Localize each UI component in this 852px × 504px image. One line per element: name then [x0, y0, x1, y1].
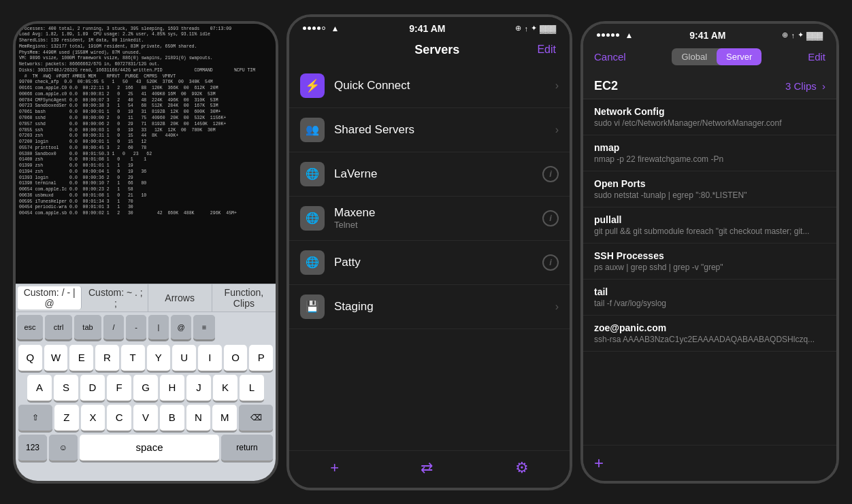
server-staging-item[interactable]: 💾 Staging › — [289, 285, 570, 329]
quick-connect-label: Quick Connect — [334, 79, 555, 93]
status-time-clips: 9:41 AM — [689, 30, 725, 41]
key-p[interactable]: P — [249, 345, 273, 372]
maxene-sublabel: Telnet — [334, 220, 542, 230]
maxene-icon: 🌐 — [300, 206, 325, 231]
clip-item-0[interactable]: Network Config sudo vi /etc/NetworkManag… — [583, 99, 836, 135]
clips-count[interactable]: 3 Clips › — [785, 80, 825, 92]
key-d[interactable]: D — [80, 375, 105, 402]
clips-server-name: EC2 — [594, 79, 618, 93]
key-u[interactable]: U — [172, 345, 196, 372]
staging-chevron: › — [555, 301, 559, 313]
settings-button[interactable]: ⚙ — [515, 459, 529, 477]
wifi-icon-clips: ▲ — [625, 31, 633, 40]
pipe-key[interactable]: | — [148, 315, 169, 341]
clip-list: Network Config sudo vi /etc/NetworkManag… — [583, 99, 836, 445]
segment-global[interactable]: Global — [672, 48, 717, 65]
key-w[interactable]: W — [44, 345, 68, 372]
key-t[interactable]: T — [121, 345, 145, 372]
key-r[interactable]: R — [95, 345, 119, 372]
servers-title: Servers — [414, 43, 459, 57]
battery-icon: ▓▓▓ — [540, 24, 556, 33]
arrow-icon: ↑ — [524, 24, 528, 33]
key-x[interactable]: X — [81, 405, 105, 432]
signal-dots: ▲ — [303, 22, 339, 35]
phone-terminal: Processes: 400 total, 2 running, 3 stuck… — [13, 21, 278, 484]
key-n[interactable]: N — [186, 405, 211, 432]
transfer-button[interactable]: ⇄ — [421, 459, 433, 477]
staging-label: Staging — [334, 300, 555, 314]
tab-key[interactable]: tab — [74, 315, 101, 341]
clip-item-3[interactable]: pullall git pull && git submodule foreac… — [583, 207, 836, 243]
key-i[interactable]: I — [198, 345, 222, 372]
key-h[interactable]: H — [160, 375, 184, 402]
key-k[interactable]: K — [213, 375, 237, 402]
maxene-info-button[interactable]: i — [542, 210, 559, 226]
patty-info-button[interactable]: i — [542, 254, 559, 271]
key-q[interactable]: Q — [18, 345, 42, 372]
key-z[interactable]: Z — [54, 405, 79, 432]
segment-control: Global Server — [672, 48, 761, 65]
key-y[interactable]: Y — [147, 345, 171, 372]
key-s[interactable]: S — [54, 375, 78, 402]
key-b[interactable]: B — [160, 405, 184, 432]
clips-edit-button[interactable]: Edit — [808, 51, 825, 63]
quick-connect-item[interactable]: ⚡ Quick Connect › — [289, 64, 570, 108]
key-l[interactable]: L — [240, 375, 264, 402]
quick-connect-icon: ⚡ — [300, 73, 325, 98]
clip-cmd-4: ps auxw | grep sshd | grep -v "grep" — [594, 263, 825, 272]
key-o[interactable]: O — [224, 345, 248, 372]
clip-item-5[interactable]: tail tail -f /var/log/syslog — [583, 280, 836, 316]
shared-servers-item[interactable]: 👥 Shared Servers › — [289, 108, 570, 152]
at-key[interactable]: @ — [171, 315, 191, 341]
autocomplete-custom2[interactable]: Custom: ~ . ; ; — [84, 284, 148, 312]
return-key[interactable]: return — [221, 435, 273, 462]
space-key[interactable]: space — [80, 435, 219, 462]
cancel-button[interactable]: Cancel — [594, 51, 626, 63]
special-keys-row: esc ctrl tab / - | @ ≡ — [16, 312, 276, 343]
patty-icon: 🌐 — [300, 250, 325, 275]
key-j[interactable]: J — [186, 375, 211, 402]
laverne-info-button[interactable]: i — [542, 166, 559, 182]
clips-header: EC2 3 Clips › — [583, 72, 836, 99]
servers-nav-bar: Servers Edit — [289, 37, 570, 64]
clip-item-4[interactable]: SSH Processes ps auxw | grep sshd | grep… — [583, 243, 836, 280]
dash-key[interactable]: - — [126, 315, 146, 341]
key-a[interactable]: A — [27, 375, 52, 402]
clip-title-5: tail — [594, 286, 825, 297]
esc-key[interactable]: esc — [17, 315, 43, 341]
add-server-button[interactable]: + — [330, 459, 339, 477]
add-clip-button[interactable]: + — [594, 454, 604, 473]
num-key[interactable]: 123 — [18, 435, 47, 462]
status-time-servers: 9:41 AM — [409, 23, 445, 34]
autocomplete-function-clips[interactable]: Function, Clips — [212, 284, 276, 312]
server-maxene-item[interactable]: 🌐 Maxene Telnet i — [289, 197, 570, 241]
autocomplete-custom1[interactable]: Custom: / - | @ — [18, 286, 82, 309]
key-f[interactable]: F — [107, 375, 131, 402]
server-laverne-item[interactable]: 🌐 LaVerne i — [289, 152, 570, 197]
list-icon-key[interactable]: ≡ — [193, 315, 215, 341]
shift-key[interactable]: ⇧ — [18, 405, 52, 432]
backspace-key[interactable]: ⌫ — [239, 405, 273, 432]
segment-server[interactable]: Server — [717, 48, 761, 65]
status-bar-clips: ▲ 9:41 AM ⊕ ↑ ✦ ▓▓▓ — [583, 24, 836, 44]
key-g[interactable]: G — [133, 375, 158, 402]
key-v[interactable]: V — [133, 405, 158, 432]
clip-cmd-3: git pull && git submodule foreach "git c… — [594, 226, 825, 236]
servers-edit-button[interactable]: Edit — [537, 44, 556, 56]
cdot4 — [611, 33, 615, 37]
clip-item-2[interactable]: Open Ports sudo netstat -tunalp | egrep … — [583, 171, 836, 207]
autocomplete-arrows[interactable]: Arrows — [148, 284, 212, 312]
emoji-key[interactable]: ☺ — [49, 435, 78, 462]
shared-servers-label: Shared Servers — [334, 123, 555, 137]
clip-item-6[interactable]: zoe@panic.com ssh-rsa AAAAB3NzaC1yc2EAAA… — [583, 316, 836, 352]
key-e[interactable]: E — [69, 345, 93, 372]
cdot3 — [606, 33, 610, 37]
ctrl-key[interactable]: ctrl — [45, 315, 72, 341]
clip-cmd-1: nmap -p 22 firewatchgame.com -Pn — [594, 154, 825, 164]
slash-key[interactable]: / — [103, 315, 124, 341]
key-m[interactable]: M — [212, 405, 237, 432]
server-patty-item[interactable]: 🌐 Patty i — [289, 241, 570, 285]
keyboard-area: Custom: / - | @ Custom: ~ . ; ; Arrows F… — [16, 284, 276, 481]
key-c[interactable]: C — [107, 405, 131, 432]
clip-item-1[interactable]: nmap nmap -p 22 firewatchgame.com -Pn — [583, 135, 836, 171]
